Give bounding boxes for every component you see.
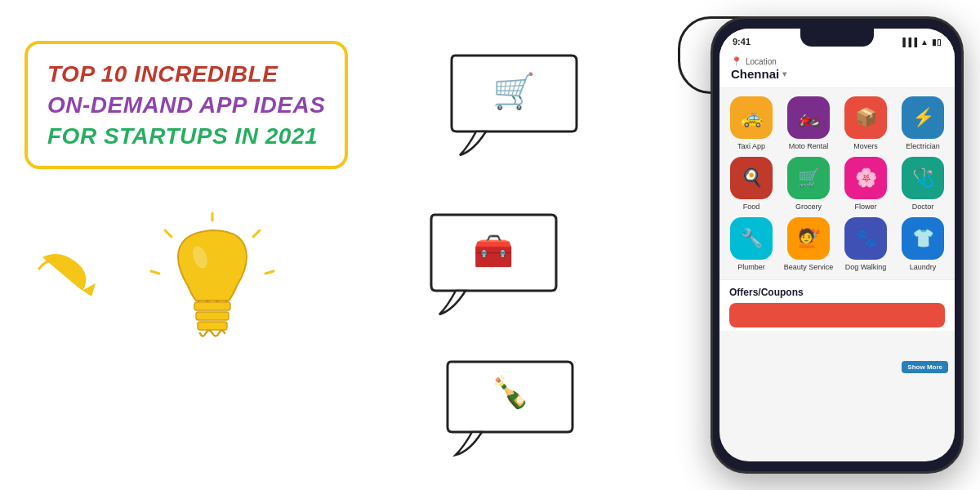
- svg-rect-6: [196, 312, 229, 320]
- svg-text:🛒: 🛒: [492, 71, 536, 112]
- phone-frame: 9:41 ▐▐▐ ▲ ▮▯ 📍 Location Chennai ▾: [710, 16, 964, 474]
- phone-mockup: 9:41 ▐▐▐ ▲ ▮▯ 📍 Location Chennai ▾: [710, 16, 964, 474]
- speech-bubble-medical: 🧰: [425, 208, 576, 330]
- app-header: 📍 Location Chennai ▾: [719, 51, 955, 88]
- grid-icon: 🐾: [844, 217, 887, 260]
- svg-line-1: [253, 230, 260, 237]
- chevron-down-icon: ▾: [782, 69, 786, 78]
- grid-item-electrician[interactable]: ⚡Electrician: [898, 96, 948, 150]
- svg-text:🍾: 🍾: [491, 373, 530, 411]
- title-text: TOP 10 INCREDIBLE ON-DEMAND APP IDEAS FO…: [47, 59, 325, 151]
- show-more-button[interactable]: Show More: [902, 361, 948, 373]
- grid-icon: 🍳: [730, 157, 773, 199]
- grid-icon: 🔧: [730, 217, 773, 260]
- grid-item-dog-walking[interactable]: 🐾Dog Walking: [840, 217, 891, 271]
- grid-icon: ⚡: [902, 96, 944, 139]
- grid-item-laundry[interactable]: 👕Laundry: [898, 217, 948, 271]
- phone-notch: [800, 29, 874, 47]
- grid-icon: 🚕: [730, 96, 773, 139]
- grid-label: Dog Walking: [845, 263, 887, 271]
- grid-label: Laundry: [910, 263, 937, 271]
- grid-item-moto-rental[interactable]: 🏍️Moto Rental: [783, 96, 834, 150]
- svg-line-3: [165, 230, 172, 237]
- svg-line-4: [151, 271, 159, 274]
- grid-label: Plumber: [737, 263, 765, 271]
- grid-label: Food: [743, 203, 760, 211]
- offers-title: Offers/Coupons: [729, 287, 945, 298]
- grid-icon: 🩺: [902, 157, 944, 199]
- grid-icon: 📦: [844, 96, 887, 139]
- title-box: TOP 10 INCREDIBLE ON-DEMAND APP IDEAS FO…: [24, 41, 348, 169]
- svg-rect-7: [198, 322, 227, 330]
- location-label: 📍 Location: [731, 56, 943, 67]
- svg-text:🧰: 🧰: [473, 231, 514, 270]
- status-icons: ▐▐▐ ▲ ▮▯: [900, 38, 942, 47]
- grid-icon: 🏍️: [787, 96, 830, 139]
- signal-icon: ▐▐▐: [900, 38, 917, 47]
- location-pin-icon: 📍: [731, 56, 742, 67]
- grid-item-beauty-service[interactable]: 💇Beauty Service: [783, 217, 834, 271]
- bird-arrow-decoration: [34, 241, 116, 310]
- svg-line-2: [265, 271, 274, 274]
- city-name: Chennai: [731, 67, 779, 81]
- grid-label: Grocery: [795, 203, 822, 211]
- grid-icon: 🌸: [844, 157, 887, 199]
- title-line2: ON-DEMAND APP IDEAS: [47, 90, 325, 121]
- location-label-text: Location: [746, 57, 777, 66]
- title-line1: TOP 10 INCREDIBLE: [47, 59, 325, 90]
- offers-section: Offers/Coupons: [719, 279, 955, 331]
- status-time: 9:41: [733, 37, 751, 47]
- speech-bubble-grocery: 🛒: [445, 49, 596, 171]
- grid-label: Movers: [853, 142, 878, 150]
- phone-screen: 9:41 ▐▐▐ ▲ ▮▯ 📍 Location Chennai ▾: [719, 29, 955, 461]
- grid-item-doctor[interactable]: 🩺Doctor: [898, 157, 948, 211]
- grid-item-flower[interactable]: 🌸Flower: [840, 157, 891, 211]
- speech-bubble-liquor: 🍾: [441, 355, 592, 469]
- svg-rect-5: [194, 302, 230, 310]
- grid-item-plumber[interactable]: 🔧Plumber: [726, 217, 777, 271]
- title-section: TOP 10 INCREDIBLE ON-DEMAND APP IDEAS FO…: [24, 41, 368, 169]
- battery-icon: ▮▯: [932, 38, 942, 47]
- grid-label: Beauty Service: [784, 263, 834, 271]
- grid-item-taxi-app[interactable]: 🚕Taxi App: [726, 96, 777, 150]
- wifi-icon: ▲: [920, 38, 929, 47]
- title-line3: FOR STARTUPS IN 2021: [47, 121, 325, 152]
- grid-label: Taxi App: [737, 142, 765, 150]
- grid-item-food[interactable]: 🍳Food: [726, 157, 777, 211]
- grid-label: Moto Rental: [789, 142, 829, 150]
- grid-icon: 🛒: [787, 157, 830, 199]
- services-grid: 🚕Taxi App🏍️Moto Rental📦Movers⚡Electricia…: [719, 88, 955, 279]
- grid-label: Flower: [854, 203, 876, 211]
- grid-icon: 👕: [902, 217, 944, 260]
- lightbulb-decoration: [147, 212, 278, 376]
- grid-item-movers[interactable]: 📦Movers: [840, 96, 891, 150]
- location-city[interactable]: Chennai ▾: [731, 67, 943, 81]
- grid-item-grocery[interactable]: 🛒Grocery: [783, 157, 834, 211]
- grid-label: Doctor: [912, 203, 934, 211]
- offers-card[interactable]: [729, 303, 945, 327]
- grid-label: Electrician: [906, 142, 940, 150]
- grid-icon: 💇: [787, 217, 830, 260]
